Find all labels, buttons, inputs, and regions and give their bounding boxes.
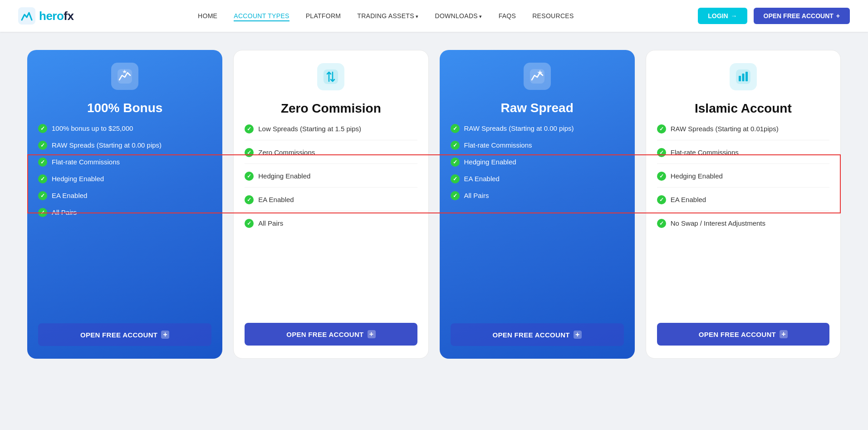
- check-icon: [38, 158, 47, 167]
- card-bonus: 100% Bonus 100% bonus up to $25,000 RAW …: [27, 50, 222, 359]
- feature-item: EA Enabled: [245, 195, 417, 211]
- plus-box-icon: +: [368, 330, 376, 338]
- svg-rect-9: [745, 72, 748, 81]
- card-zero-title: Zero Commision: [245, 101, 417, 116]
- card-islamic-features: RAW Spreads (Starting at 0.01pips) Flat-…: [657, 124, 829, 315]
- check-icon: [245, 124, 254, 133]
- check-icon: [451, 174, 460, 183]
- card-zero-icon: [317, 63, 344, 90]
- card-bonus-icon: [111, 63, 138, 90]
- feature-item: Hedging Enabled: [451, 157, 624, 167]
- feature-item: All Pairs: [38, 208, 211, 217]
- check-icon: [38, 174, 47, 183]
- logo-icon: [18, 7, 35, 25]
- check-icon: [38, 191, 47, 200]
- feature-item: 100% bonus up to $25,000: [38, 124, 211, 133]
- navbar: herofx HOME ACCOUNT TYPES PLATFORM TRADI…: [0, 0, 868, 32]
- open-free-account-zero-button[interactable]: OPEN FREE ACCOUNT +: [245, 323, 417, 346]
- nav-item-faqs[interactable]: FAQS: [499, 12, 516, 20]
- check-icon: [38, 141, 47, 150]
- plus-box-icon: +: [574, 331, 582, 339]
- open-account-nav-button[interactable]: OPEN FREE ACCOUNT +: [754, 8, 850, 24]
- card-bonus-title: 100% Bonus: [38, 101, 211, 115]
- check-icon: [245, 172, 254, 181]
- check-icon: [38, 208, 47, 217]
- check-icon: [657, 195, 666, 204]
- open-free-account-islamic-button[interactable]: OPEN FREE ACCOUNT +: [657, 323, 829, 346]
- login-button[interactable]: LOGIN →: [698, 8, 747, 24]
- feature-item: Flat-rate Commissions: [657, 148, 829, 164]
- feature-item: Hedging Enabled: [38, 174, 211, 183]
- check-icon: [451, 191, 460, 200]
- feature-item: EA Enabled: [38, 191, 211, 200]
- feature-item: Hedging Enabled: [245, 171, 417, 188]
- logo-text: herofx: [39, 9, 74, 23]
- nav-link-home[interactable]: HOME: [198, 12, 217, 20]
- bar-chart-icon: [736, 69, 750, 84]
- nav-link-trading-assets[interactable]: TRADING ASSETS: [357, 12, 418, 20]
- feature-item: Hedging Enabled: [657, 171, 829, 188]
- feature-item: EA Enabled: [451, 174, 624, 183]
- svg-rect-3: [324, 69, 338, 84]
- check-icon: [451, 158, 460, 167]
- check-icon: [245, 195, 254, 204]
- card-raw-icon: [524, 63, 551, 90]
- nav-item-downloads[interactable]: DOWNLOADS: [435, 12, 482, 20]
- nav-link-account-types[interactable]: ACCOUNT TYPES: [234, 12, 289, 21]
- card-bonus-features: 100% bonus up to $25,000 RAW Spreads (St…: [38, 124, 211, 315]
- chart-star-2-icon: [530, 69, 544, 84]
- nav-links: HOME ACCOUNT TYPES PLATFORM TRADING ASSE…: [198, 12, 574, 20]
- plus-icon: +: [836, 12, 840, 20]
- feature-item: Flat-rate Commissions: [451, 140, 624, 150]
- feature-item: All Pairs: [451, 191, 624, 200]
- login-arrow-icon: →: [731, 12, 737, 20]
- check-icon: [657, 172, 666, 181]
- card-raw-spread: Raw Spread RAW Spreads (Starting at 0.00…: [440, 50, 635, 359]
- feature-item: Low Spreads (Starting at 1.5 pips): [245, 124, 417, 140]
- feature-item: Zero Commissions: [245, 148, 417, 164]
- card-raw-title: Raw Spread: [451, 101, 624, 115]
- feature-item: No Swap / Interest Adjustments: [657, 218, 829, 234]
- check-icon: [245, 219, 254, 228]
- cards-grid: 100% Bonus 100% bonus up to $25,000 RAW …: [27, 50, 841, 359]
- chart-star-icon: [118, 69, 132, 84]
- card-raw-features: RAW Spreads (Starting at 0.00 pips) Flat…: [451, 124, 624, 315]
- nav-link-resources[interactable]: RESOURCES: [532, 12, 574, 20]
- feature-item: RAW Spreads (Starting at 0.00 pips): [38, 140, 211, 150]
- open-free-account-bonus-button[interactable]: OPEN FREE ACCOUNT +: [38, 323, 211, 346]
- nav-item-trading-assets[interactable]: TRADING ASSETS: [357, 12, 418, 20]
- card-zero-commission: Zero Commision Low Spreads (Starting at …: [233, 50, 428, 359]
- nav-link-faqs[interactable]: FAQS: [499, 12, 516, 20]
- logo[interactable]: herofx: [18, 7, 74, 25]
- feature-item: Flat-rate Commissions: [38, 157, 211, 167]
- check-icon: [657, 219, 666, 228]
- plus-box-icon: +: [161, 331, 169, 339]
- nav-item-platform[interactable]: PLATFORM: [306, 12, 341, 20]
- card-islamic-icon: [730, 63, 757, 90]
- nav-item-resources[interactable]: RESOURCES: [532, 12, 574, 20]
- check-icon: [245, 148, 254, 157]
- main-content: © WikiFX © WikiFX © WikiFX © WikiFX: [0, 32, 868, 386]
- check-icon: [38, 124, 47, 133]
- nav-link-platform[interactable]: PLATFORM: [306, 12, 341, 20]
- arrows-updown-icon: [324, 69, 338, 84]
- nav-item-home[interactable]: HOME: [198, 12, 217, 20]
- card-islamic-title: Islamic Account: [657, 101, 829, 116]
- feature-item: All Pairs: [245, 218, 417, 234]
- nav-link-downloads[interactable]: DOWNLOADS: [435, 12, 482, 20]
- check-icon: [451, 141, 460, 150]
- nav-item-account-types[interactable]: ACCOUNT TYPES: [234, 12, 289, 20]
- open-free-account-raw-button[interactable]: OPEN FREE ACCOUNT +: [451, 323, 624, 346]
- plus-box-icon: +: [780, 330, 788, 338]
- feature-item: RAW Spreads (Starting at 0.00 pips): [451, 124, 624, 133]
- card-zero-features: Low Spreads (Starting at 1.5 pips) Zero …: [245, 124, 417, 315]
- feature-item: RAW Spreads (Starting at 0.01pips): [657, 124, 829, 140]
- svg-rect-7: [739, 76, 741, 81]
- svg-rect-8: [742, 74, 744, 81]
- check-icon: [657, 124, 666, 133]
- check-icon: [451, 124, 460, 133]
- nav-actions: LOGIN → OPEN FREE ACCOUNT +: [698, 8, 850, 24]
- check-icon: [657, 148, 666, 157]
- card-islamic: Islamic Account RAW Spreads (Starting at…: [646, 50, 841, 359]
- feature-item: EA Enabled: [657, 195, 829, 211]
